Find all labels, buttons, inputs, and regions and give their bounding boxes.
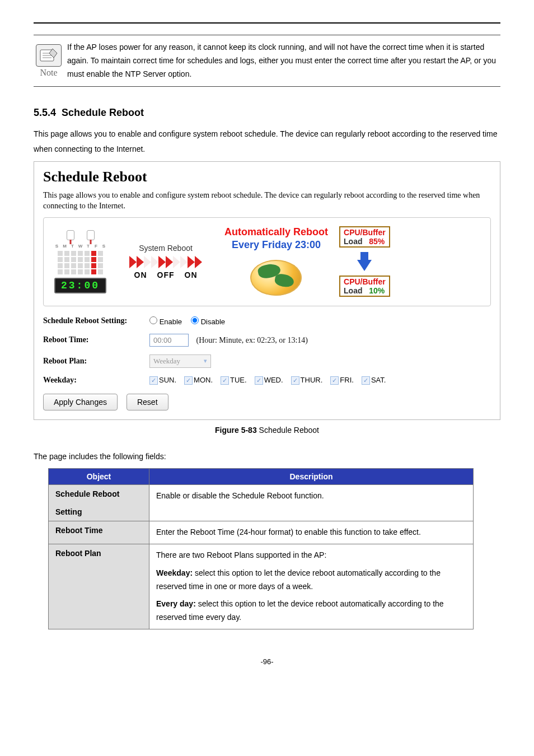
weekday-checkbox[interactable]: ✓MON. xyxy=(184,376,213,385)
desc-text: Every day: select this option to let the… xyxy=(156,598,466,624)
schedule-setting-radios: Enable Disable xyxy=(149,316,491,326)
section-heading: 5.5.4 Schedule Reboot xyxy=(34,107,500,119)
cpu-buffer-label: CPU/Buffer xyxy=(344,228,386,237)
on-off-row: ON OFF ON xyxy=(134,270,198,279)
day-letter: T xyxy=(85,244,91,250)
system-reboot-column: System Reboot ON OFF ON xyxy=(118,244,213,279)
section-number: 5.5.4 xyxy=(34,107,56,118)
slider-knob-icon xyxy=(87,230,95,240)
calendar-column: S M T W T F S 23:00 xyxy=(54,230,107,293)
section-title: Schedule Reboot xyxy=(62,107,144,118)
weekday-name: THUR. xyxy=(301,376,323,384)
diagram-box: S M T W T F S 23:00 System Reboot xyxy=(43,217,491,306)
includes-fields-text: The page includes the following fields: xyxy=(34,449,500,464)
day-letter: W xyxy=(77,244,83,250)
object-cell: Reboot Plan xyxy=(49,544,149,629)
weekday-rest: select this option to let the device reb… xyxy=(156,568,441,591)
auto-line1: Automatically Reboot xyxy=(224,226,328,237)
form-area: Schedule Reboot Setting: Enable Disable … xyxy=(43,316,491,385)
day-letter: S xyxy=(101,244,107,250)
reboot-plan-value: Weekday xyxy=(153,357,180,366)
globe-icon xyxy=(246,255,307,298)
auto-reboot-text: Automatically Reboot Every Friday 23:00 xyxy=(224,226,328,252)
weekday-checkbox[interactable]: ✓THUR. xyxy=(291,376,323,385)
on-label: ON xyxy=(134,270,147,279)
object-line2: Setting xyxy=(55,507,82,516)
intro-paragraph: This page allows you to enable and confi… xyxy=(34,127,500,156)
load-pct: 85% xyxy=(369,237,385,246)
apply-changes-button[interactable]: Apply Changes xyxy=(43,394,118,410)
note-block: Note If the AP loses power for any reaso… xyxy=(34,35,500,87)
schedule-reboot-panel: Schedule Reboot This page allows you to … xyxy=(34,161,500,420)
weekday-name: SUN. xyxy=(159,376,176,384)
weekday-name: FRI. xyxy=(340,376,354,384)
object-header: Object xyxy=(49,469,149,485)
off-label: OFF xyxy=(157,270,175,279)
weekday-name: TUE. xyxy=(230,376,247,384)
clock-display: 23:00 xyxy=(54,278,106,293)
object-cell: Schedule Reboot Setting xyxy=(49,485,149,521)
load-pct: 10% xyxy=(369,286,385,295)
system-reboot-label: System Reboot xyxy=(139,244,193,253)
weekday-name: MON. xyxy=(194,376,213,384)
page-number: -96- xyxy=(34,657,500,666)
load-label: Load xyxy=(344,237,362,246)
reset-button[interactable]: Reset xyxy=(127,394,168,410)
reboot-time-input[interactable] xyxy=(149,334,189,347)
table-row: Reboot Plan There are two Reboot Plans s… xyxy=(49,544,474,629)
down-arrow-icon xyxy=(357,252,372,271)
cpu-buffer-after: CPU/Buffer Load 10% xyxy=(339,276,390,297)
table-row: Reboot Time Enter the Reboot Time (24-ho… xyxy=(49,521,474,544)
day-letter: T xyxy=(69,244,76,250)
weekday-name: SAT. xyxy=(371,376,386,384)
reboot-time-hint: (Hour: Minute, ex: 02:23, or 13:14) xyxy=(196,336,308,344)
weekday-checkbox[interactable]: ✓WED. xyxy=(255,376,283,385)
calendar-grid: S M T W T F S xyxy=(54,244,107,274)
reboot-plan-select[interactable]: Weekday ▾ xyxy=(149,354,211,368)
description-cell: Enter the Reboot Time (24-hour format) t… xyxy=(149,521,474,544)
desc-text: Enable or disable the Schedule Reboot fu… xyxy=(156,489,466,503)
schedule-setting-label: Schedule Reboot Setting: xyxy=(43,316,149,325)
day-letter: F xyxy=(93,244,99,250)
chevron-arrows-icon xyxy=(129,256,202,268)
slider-knob-icon xyxy=(67,230,74,240)
enable-radio[interactable]: Enable xyxy=(149,316,182,326)
panel-title: Schedule Reboot xyxy=(43,169,491,185)
day-letter: S xyxy=(54,244,60,250)
cpu-load-column: CPU/Buffer Load 85% CPU/Buffer Load 10% xyxy=(339,226,390,297)
slider-knobs xyxy=(67,230,95,240)
on-label: ON xyxy=(185,270,198,279)
figure-text: Schedule Reboot xyxy=(257,426,319,435)
day-letter: M xyxy=(62,244,68,250)
desc-text: Weekday: select this option to let the d… xyxy=(156,567,466,594)
weekday-row-label: Weekday: xyxy=(43,376,149,385)
weekday-checkbox-row: ✓SUN. ✓MON. ✓TUE. ✓WED. ✓THUR. ✓FRI. ✓SA… xyxy=(149,376,491,385)
enable-radio-label: Enable xyxy=(160,318,182,326)
weekday-checkbox[interactable]: ✓SAT. xyxy=(362,376,386,385)
disable-radio[interactable]: Disable xyxy=(191,316,225,326)
note-icon-column: Note xyxy=(34,39,67,83)
reboot-plan-label: Reboot Plan: xyxy=(43,357,149,366)
note-text: If the AP loses power for any reason, it… xyxy=(67,39,500,83)
weekday-checkbox[interactable]: ✓SUN. xyxy=(149,376,176,385)
figure-caption: Figure 5-83 Schedule Reboot xyxy=(34,426,500,435)
desc-text: There are two Reboot Plans supported in … xyxy=(156,549,466,562)
cpu-buffer-label: CPU/Buffer xyxy=(344,277,386,286)
auto-line2: Every Friday 23:00 xyxy=(232,239,321,250)
cpu-buffer-before: CPU/Buffer Load 85% xyxy=(339,226,390,248)
chevron-down-icon: ▾ xyxy=(204,357,207,365)
weekday-checkbox[interactable]: ✓FRI. xyxy=(330,376,354,385)
weekday-name: WED. xyxy=(264,376,283,384)
fields-table: Object Description Schedule Reboot Setti… xyxy=(48,468,474,629)
top-rule xyxy=(34,22,500,24)
object-cell: Reboot Time xyxy=(49,521,149,544)
description-header: Description xyxy=(149,469,474,485)
figure-number: Figure 5-83 xyxy=(215,426,257,435)
description-cell: Enable or disable the Schedule Reboot fu… xyxy=(149,485,474,521)
panel-subtext: This page allows you to enable and confi… xyxy=(43,190,491,212)
weekday-checkbox[interactable]: ✓TUE. xyxy=(221,376,247,385)
table-header-row: Object Description xyxy=(49,469,474,485)
button-row: Apply Changes Reset xyxy=(43,394,491,410)
reboot-time-label: Reboot Time: xyxy=(43,335,149,344)
description-cell: There are two Reboot Plans supported in … xyxy=(149,544,474,629)
